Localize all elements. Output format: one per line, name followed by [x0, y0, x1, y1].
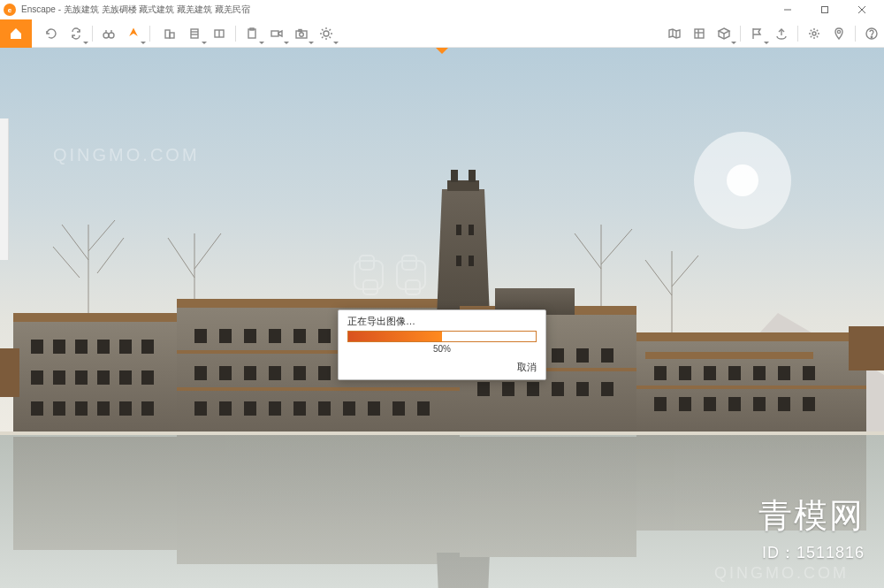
title-bar: e Enscape - 羌族建筑 羌族碉楼 藏式建筑 藏羌建筑 藏羌民宿 [0, 0, 884, 19]
svg-rect-109 [318, 366, 331, 380]
left-panel-tab[interactable] [0, 118, 9, 260]
svg-rect-130 [477, 382, 490, 396]
svg-rect-115 [219, 401, 232, 416]
upload-icon[interactable] [771, 23, 792, 44]
svg-line-25 [322, 29, 324, 31]
navigation-mode-icon[interactable] [123, 23, 144, 44]
minimize-button[interactable] [769, 0, 806, 19]
help-icon[interactable] [861, 23, 882, 44]
settings-icon[interactable] [804, 23, 825, 44]
svg-point-41 [871, 36, 872, 37]
svg-rect-133 [552, 382, 564, 396]
svg-rect-157 [636, 386, 866, 389]
svg-rect-155 [177, 387, 460, 391]
svg-rect-136 [654, 366, 667, 380]
svg-rect-15 [271, 31, 278, 36]
svg-rect-142 [803, 366, 815, 380]
svg-point-5 [109, 33, 114, 38]
svg-rect-153 [469, 256, 474, 266]
svg-rect-8 [191, 29, 198, 38]
svg-point-38 [812, 32, 816, 35]
progress-percent: 50% [339, 342, 545, 357]
svg-rect-95 [219, 329, 232, 343]
svg-rect-105 [219, 366, 232, 380]
svg-line-27 [322, 36, 324, 38]
export-progress-dialog: 正在导出图像… 50% 取消 [338, 309, 546, 380]
svg-rect-75 [849, 326, 884, 370]
maximize-button[interactable] [806, 0, 843, 19]
pin-icon[interactable] [828, 23, 850, 44]
svg-point-18 [300, 32, 304, 36]
svg-rect-88 [31, 401, 43, 416]
svg-rect-117 [269, 401, 281, 416]
sync-icon[interactable] [65, 23, 87, 44]
svg-rect-150 [456, 225, 461, 235]
watermark-id: ID：1511816 [762, 542, 865, 563]
svg-rect-107 [269, 366, 281, 380]
svg-rect-74 [636, 332, 866, 341]
map-icon[interactable] [664, 23, 685, 44]
svg-rect-87 [141, 370, 154, 385]
svg-line-28 [330, 29, 332, 31]
watermark-bottom-right: QINGMO.COM [714, 564, 849, 583]
svg-rect-131 [502, 382, 514, 396]
binoculars-icon[interactable] [98, 23, 119, 44]
svg-rect-114 [194, 401, 207, 416]
svg-rect-90 [75, 401, 88, 416]
building-icon[interactable] [159, 23, 180, 44]
svg-line-26 [330, 36, 332, 38]
collapse-chevron-icon[interactable] [433, 48, 451, 54]
svg-rect-80 [119, 340, 132, 354]
svg-rect-145 [704, 397, 716, 411]
svg-rect-118 [293, 401, 306, 416]
svg-rect-135 [601, 382, 613, 396]
svg-rect-63 [0, 348, 19, 397]
svg-rect-91 [97, 401, 110, 416]
svg-rect-78 [75, 340, 88, 354]
svg-rect-92 [119, 401, 132, 416]
svg-rect-81 [141, 340, 154, 354]
assets-icon[interactable] [689, 23, 710, 44]
cancel-button[interactable]: 取消 [517, 361, 537, 374]
svg-rect-7 [170, 33, 174, 38]
svg-rect-97 [269, 329, 281, 343]
refresh-icon[interactable] [41, 23, 62, 44]
svg-rect-108 [293, 366, 306, 380]
home-button[interactable] [0, 19, 32, 48]
close-button[interactable] [843, 0, 880, 19]
svg-rect-143 [654, 397, 667, 411]
elevation-icon[interactable] [184, 23, 205, 44]
flag-icon[interactable] [746, 23, 767, 44]
camera-icon[interactable] [291, 23, 312, 44]
svg-rect-96 [244, 329, 256, 343]
svg-rect-158 [645, 352, 813, 359]
svg-rect-99 [318, 329, 331, 343]
svg-rect-137 [679, 366, 691, 380]
cube-icon[interactable] [713, 23, 735, 44]
video-icon[interactable] [266, 23, 287, 44]
svg-rect-122 [392, 401, 405, 416]
svg-point-4 [103, 33, 109, 38]
svg-rect-165 [0, 431, 884, 435]
render-viewport[interactable]: QINGMO.COM 青模网 ID：1511816 QINGMO.COM 正在导… [0, 48, 884, 588]
progress-bar [347, 331, 537, 342]
svg-rect-128 [576, 348, 589, 363]
svg-rect-119 [318, 401, 331, 416]
svg-rect-147 [753, 397, 766, 411]
svg-rect-123 [417, 401, 430, 416]
svg-point-20 [324, 31, 329, 36]
svg-rect-85 [97, 370, 110, 385]
sun-icon[interactable] [316, 23, 337, 44]
svg-rect-65 [177, 299, 460, 308]
svg-rect-148 [778, 397, 790, 411]
svg-rect-93 [141, 401, 154, 416]
svg-rect-62 [13, 313, 177, 322]
svg-rect-76 [31, 340, 43, 354]
svg-rect-94 [194, 329, 207, 343]
svg-rect-140 [753, 366, 766, 380]
svg-rect-152 [456, 256, 461, 266]
section-icon[interactable] [209, 23, 230, 44]
clipboard-icon[interactable] [241, 23, 263, 44]
svg-rect-141 [778, 366, 790, 380]
svg-rect-129 [601, 348, 613, 363]
